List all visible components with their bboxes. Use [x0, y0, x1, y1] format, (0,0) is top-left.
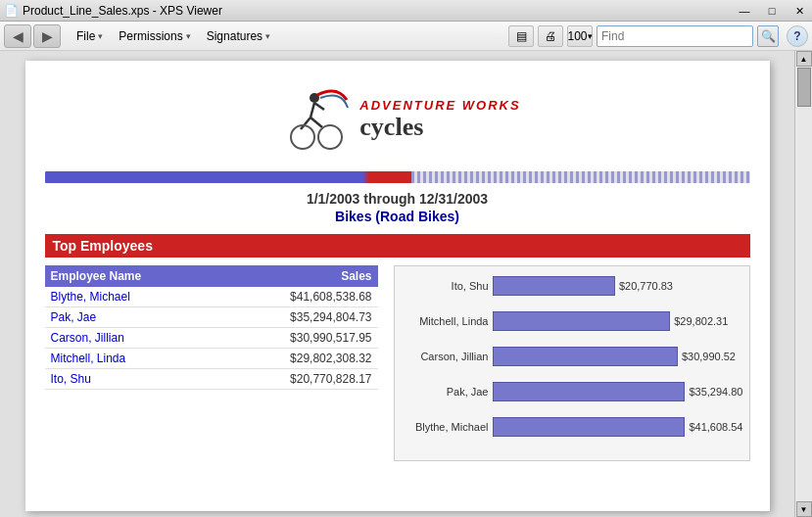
bar-label: Carson, Jillian — [401, 351, 489, 362]
help-button[interactable]: ? — [787, 25, 808, 47]
svg-point-6 — [318, 125, 342, 149]
employee-sales: $29,802,308.32 — [261, 349, 378, 368]
table-row: Carson, Jillian $30,990,517.95 — [45, 328, 378, 349]
bar-container: $41,608.54 — [493, 417, 743, 437]
employee-name: Ito, Shu — [45, 369, 261, 389]
bar-fill — [493, 417, 686, 437]
cyclist-icon — [273, 80, 352, 159]
logo-area: ADVENTURE WORKS cycles — [45, 80, 750, 162]
cycles-text: cycles — [359, 113, 423, 142]
bar-value: $30,990.52 — [682, 351, 736, 362]
bar-chart-bars: Ito, Shu $20,770.83 Mitchell, Linda $29,… — [401, 272, 743, 441]
employee-table: Employee Name Sales Blythe, Michael $41,… — [45, 265, 378, 461]
file-menu[interactable]: File ▾ — [69, 25, 111, 47]
table-row: Ito, Shu $20,770,828.17 — [45, 369, 378, 390]
forward-button[interactable]: ▶ — [33, 24, 61, 48]
zoom-control[interactable]: 100 ▾ — [567, 25, 593, 47]
employee-sales: $41,608,538.68 — [261, 287, 378, 306]
search-button[interactable]: 🔍 — [757, 25, 779, 47]
svg-line-4 — [314, 103, 324, 110]
nav-arrows: ◀ ▶ — [4, 24, 61, 48]
bar-label: Ito, Shu — [401, 280, 489, 292]
bar-container: $30,990.52 — [493, 347, 743, 366]
date-range: 1/1/2003 through 12/31/2003 — [45, 191, 750, 207]
permissions-menu-label: Permissions — [119, 29, 182, 43]
chart-bar-row: Pak, Jae $35,294.80 — [401, 378, 743, 405]
bar-fill — [493, 347, 678, 366]
bar-value: $35,294.80 — [689, 386, 742, 398]
print-icon[interactable]: 🖨 — [538, 25, 563, 47]
back-button[interactable]: ◀ — [4, 24, 31, 48]
chart-bar-row: Blythe, Michael $41,608.54 — [401, 413, 743, 441]
col-header-sales: Sales — [261, 265, 378, 287]
minimize-button[interactable]: — — [732, 0, 757, 22]
employee-name: Mitchell, Linda — [45, 349, 261, 368]
chart-bar-row: Mitchell, Linda $29,802.31 — [401, 307, 743, 335]
bar-label: Blythe, Michael — [401, 421, 489, 433]
permissions-menu[interactable]: Permissions ▾ — [111, 25, 198, 47]
company-logo: ADVENTURE WORKS cycles — [273, 80, 520, 159]
page-view-icon[interactable]: ▤ — [508, 25, 534, 47]
company-name-block: ADVENTURE WORKS cycles — [359, 98, 520, 142]
bar-container: $29,802.31 — [493, 311, 743, 331]
col-header-name: Employee Name — [45, 265, 261, 287]
category-label: Bikes (Road Bikes) — [45, 209, 750, 224]
employee-sales: $20,770,828.17 — [261, 369, 378, 389]
toolbar-icons: ▤ 🖨 100 ▾ — [508, 25, 593, 47]
adventure-text: ADVENTURE WORKS — [359, 98, 520, 113]
search-area: ▤ 🖨 100 ▾ 🔍 ? — [501, 25, 808, 47]
svg-line-3 — [310, 118, 322, 127]
close-button[interactable]: ✕ — [787, 0, 812, 22]
bar-value: $41,608.54 — [689, 421, 742, 433]
bar-container: $35,294.80 — [493, 382, 743, 401]
table-row: Pak, Jae $35,294,804.73 — [45, 307, 378, 328]
chart-bar-row: Carson, Jillian $30,990.52 — [401, 343, 743, 370]
bar-value: $20,770.83 — [619, 280, 673, 292]
content-grid: Employee Name Sales Blythe, Michael $41,… — [45, 265, 750, 461]
table-header: Employee Name Sales — [45, 265, 378, 287]
scroll-track — [796, 67, 812, 501]
bar-fill — [493, 382, 686, 401]
title-bar: 📄 Product_Line_Sales.xps - XPS Viewer — … — [0, 0, 812, 22]
employee-name: Blythe, Michael — [45, 287, 261, 306]
table-row: Mitchell, Linda $29,802,308.32 — [45, 349, 378, 369]
employee-sales: $35,294,804.73 — [261, 307, 378, 327]
bar-chart: Ito, Shu $20,770.83 Mitchell, Linda $29,… — [394, 265, 750, 461]
window-controls: — □ ✕ — [732, 0, 812, 22]
file-menu-label: File — [76, 29, 95, 43]
permissions-chevron: ▾ — [186, 31, 191, 41]
zoom-level: 100 — [567, 29, 587, 43]
document-page: ADVENTURE WORKS cycles 1/1/2003 through … — [25, 61, 770, 511]
bar-container: $20,770.83 — [493, 276, 743, 296]
bar-label: Pak, Jae — [401, 386, 489, 398]
menu-bar: ◀ ▶ File ▾ Permissions ▾ Signatures ▾ ▤ … — [0, 22, 812, 51]
main-content: ADVENTURE WORKS cycles 1/1/2003 through … — [0, 51, 794, 517]
scrollbar-right[interactable]: ▲ ▼ — [794, 51, 812, 517]
scroll-down-button[interactable]: ▼ — [796, 501, 812, 517]
employee-name: Pak, Jae — [45, 307, 261, 327]
file-chevron: ▾ — [98, 31, 103, 41]
employee-sales: $30,990,517.95 — [261, 328, 378, 348]
scroll-thumb[interactable] — [797, 68, 811, 107]
search-icon: 🔍 — [761, 29, 776, 43]
window-icon: 📄 — [4, 4, 19, 18]
content-area: ADVENTURE WORKS cycles 1/1/2003 through … — [0, 51, 812, 517]
bar-label: Mitchell, Linda — [401, 315, 489, 327]
section-header: Top Employees — [45, 234, 750, 258]
signatures-chevron: ▾ — [265, 31, 270, 41]
zoom-chevron: ▾ — [588, 31, 593, 41]
svg-point-5 — [291, 125, 314, 149]
bar-value: $29,802.31 — [674, 315, 728, 327]
scroll-up-button[interactable]: ▲ — [796, 51, 812, 67]
employee-name: Carson, Jillian — [45, 328, 261, 348]
divider-bar — [45, 171, 750, 183]
table-row: Blythe, Michael $41,608,538.68 — [45, 287, 378, 307]
signatures-menu[interactable]: Signatures ▾ — [199, 25, 278, 47]
signatures-menu-label: Signatures — [207, 29, 263, 43]
search-input[interactable] — [597, 25, 753, 47]
window-title: Product_Line_Sales.xps - XPS Viewer — [23, 4, 808, 18]
bar-fill — [493, 311, 671, 331]
table-body: Blythe, Michael $41,608,538.68 Pak, Jae … — [45, 287, 378, 390]
maximize-button[interactable]: □ — [759, 0, 785, 22]
svg-line-1 — [310, 103, 314, 118]
